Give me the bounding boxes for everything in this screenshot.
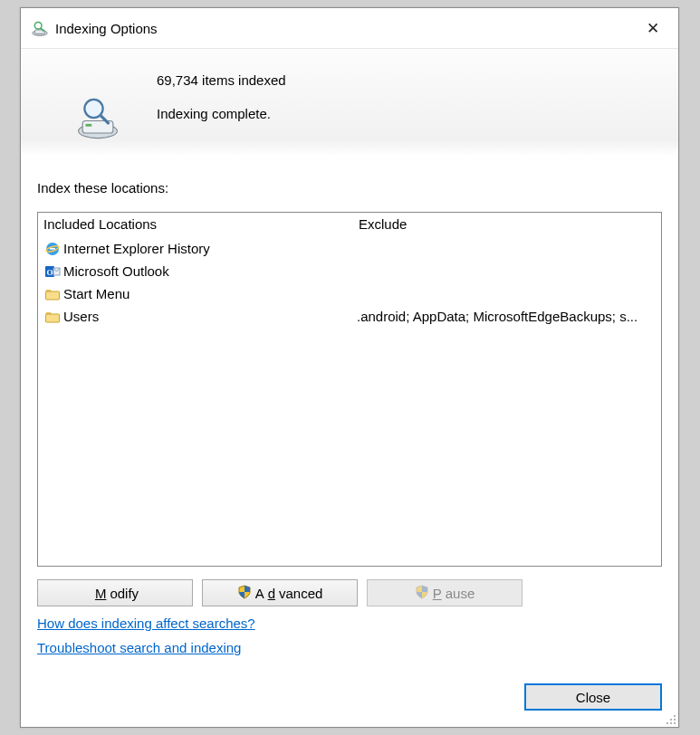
list-item-label: Microsoft Outlook bbox=[63, 263, 169, 279]
folder-icon bbox=[43, 285, 62, 303]
exclude-value[interactable]: .android; AppData; MicrosoftEdgeBackups;… bbox=[353, 305, 661, 328]
column-header-included[interactable]: Included Locations bbox=[38, 213, 353, 237]
modify-button[interactable]: Modify bbox=[37, 579, 193, 606]
titlebar: Indexing Options ✕ bbox=[21, 8, 678, 48]
list-item-label: Users bbox=[63, 309, 99, 324]
status-band: 69,734 items indexed Indexing complete. bbox=[21, 48, 678, 157]
svg-point-24 bbox=[674, 722, 676, 724]
indexing-state: Indexing complete. bbox=[157, 106, 286, 121]
status-icon bbox=[39, 58, 157, 141]
svg-point-22 bbox=[666, 722, 668, 724]
list-item[interactable]: Start Menu bbox=[38, 282, 353, 305]
list-item[interactable]: OMicrosoft Outlook bbox=[38, 260, 353, 282]
ie-icon bbox=[43, 240, 62, 258]
shield-icon bbox=[415, 585, 429, 602]
close-icon: ✕ bbox=[647, 21, 659, 36]
outlook-icon: O bbox=[43, 262, 62, 281]
svg-point-20 bbox=[670, 719, 672, 721]
svg-point-19 bbox=[674, 715, 676, 717]
svg-rect-11 bbox=[50, 248, 55, 250]
svg-rect-18 bbox=[46, 314, 60, 322]
advanced-button[interactable]: Advanced bbox=[202, 579, 358, 606]
svg-text:O: O bbox=[46, 268, 53, 277]
list-item-label: Start Menu bbox=[63, 286, 129, 301]
help-link[interactable]: How does indexing affect searches? bbox=[37, 616, 255, 631]
folder-icon bbox=[43, 308, 62, 326]
resize-grip[interactable] bbox=[664, 712, 676, 725]
close-button[interactable]: Close bbox=[524, 683, 662, 711]
pause-button: Pause bbox=[367, 579, 523, 606]
shield-icon bbox=[237, 585, 252, 602]
svg-rect-16 bbox=[46, 291, 60, 300]
troubleshoot-link[interactable]: Troubleshoot search and indexing bbox=[37, 640, 241, 655]
svg-point-23 bbox=[670, 722, 672, 724]
locations-list[interactable]: Included Locations Internet Explorer His… bbox=[37, 212, 662, 567]
svg-rect-6 bbox=[86, 124, 92, 127]
indexing-options-window: Indexing Options ✕ 69,734 items indexed … bbox=[20, 7, 679, 728]
list-item[interactable]: Users bbox=[38, 305, 353, 328]
indexed-count: 69,734 items indexed bbox=[157, 72, 286, 88]
column-header-exclude[interactable]: Exclude bbox=[353, 213, 661, 237]
indexing-icon bbox=[30, 18, 50, 38]
svg-point-2 bbox=[34, 22, 42, 29]
locations-label: Index these locations: bbox=[37, 180, 662, 196]
list-item-label: Internet Explorer History bbox=[63, 241, 210, 256]
window-close-button[interactable]: ✕ bbox=[635, 14, 671, 43]
svg-point-21 bbox=[674, 719, 676, 721]
window-title: Indexing Options bbox=[55, 21, 635, 36]
svg-point-7 bbox=[84, 100, 102, 118]
list-item[interactable]: Internet Explorer History bbox=[38, 237, 353, 260]
